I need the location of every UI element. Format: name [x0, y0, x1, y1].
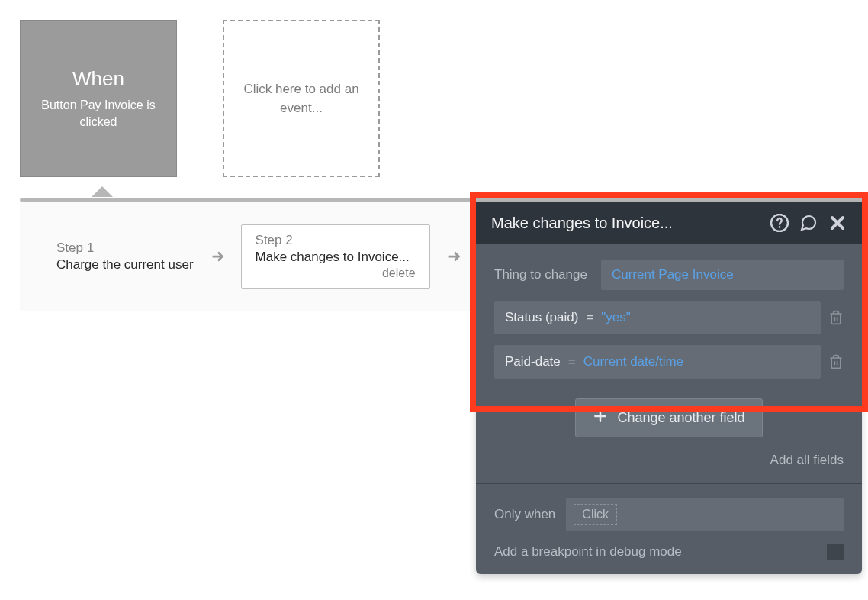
breakpoint-checkbox[interactable]: [827, 544, 844, 560]
thing-to-change-row: Thing to change Current Page Invoice: [494, 260, 844, 290]
change-another-field-button[interactable]: Change another field: [575, 398, 762, 437]
svg-point-1: [779, 226, 781, 228]
assignment-value: Current date/time: [583, 354, 683, 369]
events-row: When Button Pay Invoice is clicked Click…: [20, 20, 848, 177]
help-circle-icon[interactable]: [770, 214, 789, 232]
thing-to-change-label: Thing to change: [494, 267, 587, 282]
arrow-right-icon: [445, 248, 462, 265]
event-when-block[interactable]: When Button Pay Invoice is clicked: [20, 20, 177, 177]
assignment-row: Paid-date = Current date/time: [494, 345, 844, 379]
inspector-title: Make changes to Invoice...: [491, 215, 760, 232]
only-when-label: Only when: [494, 507, 555, 522]
event-when-title: When: [72, 67, 124, 91]
inspector-body: Thing to change Current Page Invoice Sta…: [476, 244, 862, 574]
change-another-field-label: Change another field: [617, 410, 744, 426]
add-event-block[interactable]: Click here to add an event...: [223, 20, 380, 177]
event-when-subtitle: Button Pay Invoice is clicked: [33, 97, 164, 130]
inspector-header[interactable]: Make changes to Invoice...: [476, 202, 862, 244]
assignment-row: Status (paid) = "yes": [494, 301, 844, 334]
arrow-right-icon: [209, 248, 226, 265]
selected-event-pointer-icon: [92, 186, 113, 197]
add-event-placeholder: Click here to add an event...: [236, 79, 366, 118]
step-label: Step 2: [256, 233, 416, 248]
assignment-value: "yes": [601, 310, 631, 325]
speech-bubble-icon[interactable]: [799, 214, 818, 232]
step-2[interactable]: Step 2 Make changes to Invoice... delete: [241, 224, 430, 289]
close-icon[interactable]: [828, 214, 847, 232]
thing-to-change-expression: Current Page Invoice: [612, 267, 734, 282]
step-delete-link[interactable]: delete: [256, 266, 416, 280]
assignment-field: Paid-date: [505, 354, 561, 369]
step-title: Charge the current user: [56, 257, 194, 273]
only-when-placeholder-chip[interactable]: Click: [574, 504, 617, 525]
breakpoint-label: Add a breakpoint in debug mode: [494, 544, 682, 560]
trash-icon[interactable]: [828, 310, 844, 325]
action-inspector-panel: Make changes to Invoice... Thing to chan…: [476, 202, 862, 574]
thing-to-change-value[interactable]: Current Page Invoice: [601, 260, 844, 290]
assignment-operator: =: [586, 310, 593, 325]
step-label: Step 1: [56, 240, 194, 256]
section-divider: [476, 483, 862, 484]
step-1[interactable]: Step 1 Charge the current user: [56, 240, 194, 273]
assignment-expression[interactable]: Status (paid) = "yes": [494, 301, 821, 334]
assignment-operator: =: [568, 354, 576, 369]
plus-icon: [593, 408, 608, 427]
trash-icon[interactable]: [828, 354, 844, 369]
step-title: Make changes to Invoice...: [256, 250, 416, 265]
assignment-expression[interactable]: Paid-date = Current date/time: [494, 345, 821, 379]
assignment-field: Status (paid): [505, 310, 578, 325]
only-when-row: Only when Click: [494, 498, 844, 531]
add-all-fields-link[interactable]: Add all fields: [770, 453, 844, 468]
breakpoint-row: Add a breakpoint in debug mode: [494, 544, 844, 560]
only-when-expression-input[interactable]: Click: [566, 498, 844, 531]
